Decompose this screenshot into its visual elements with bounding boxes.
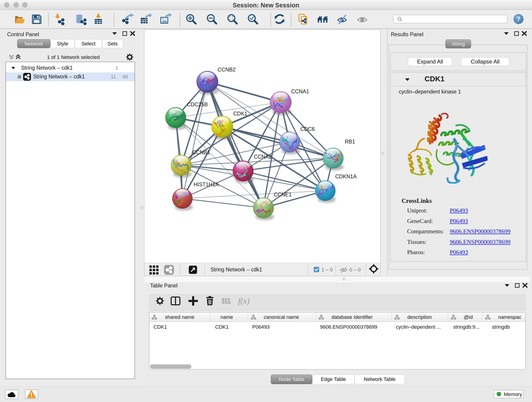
svg-text:CCNA2: CCNA2	[254, 154, 272, 160]
svg-text:CDKN1A: CDKN1A	[335, 173, 357, 179]
svg-text:CCNE1: CCNE1	[274, 191, 292, 198]
svg-text:CDK1: CDK1	[233, 111, 247, 117]
svg-text:CDC25B: CDC25B	[187, 102, 208, 108]
svg-text:CCNB1: CCNB1	[192, 149, 210, 155]
svg-text:RB1: RB1	[345, 139, 355, 145]
svg-text:CCNA1: CCNA1	[291, 89, 309, 95]
svg-text:CCNB2: CCNB2	[218, 67, 235, 73]
svg-text:HIST1H1A: HIST1H1A	[194, 182, 219, 187]
svg-text:CDC6: CDC6	[300, 126, 315, 132]
